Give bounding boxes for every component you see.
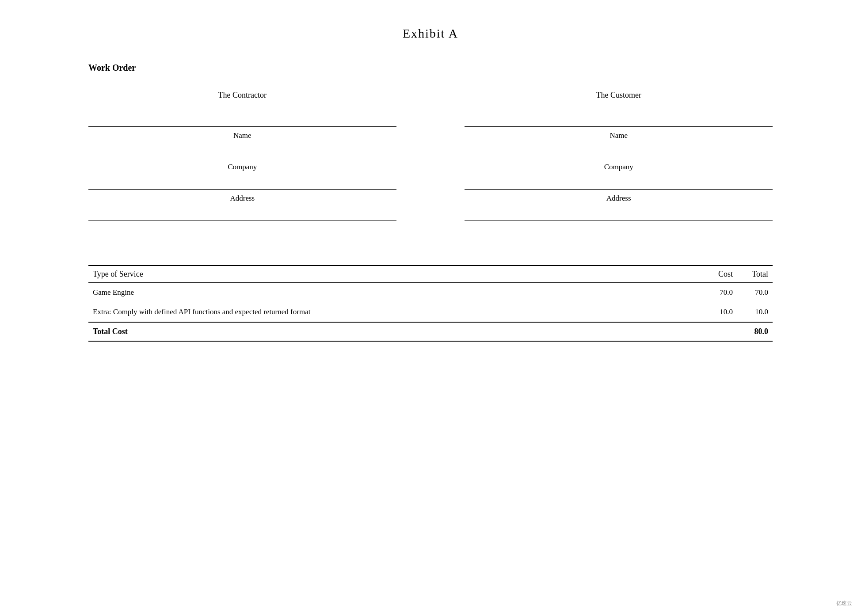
total-value: 80.0 bbox=[737, 322, 773, 341]
contractor-company-field: Company bbox=[88, 158, 396, 171]
contractor-column: The Contractor Name Company Address bbox=[88, 91, 396, 239]
contractor-company-line bbox=[88, 158, 396, 158]
customer-company-line bbox=[465, 158, 773, 158]
customer-name-field: Name bbox=[465, 126, 773, 140]
contractor-name-line bbox=[88, 126, 396, 127]
total-row: Total Cost 80.0 bbox=[88, 322, 773, 341]
total-label: Total Cost bbox=[88, 322, 702, 341]
row1-cost: 70.0 bbox=[702, 283, 737, 303]
table-row: Extra: Comply with defined API functions… bbox=[88, 302, 773, 322]
row1-service: Game Engine bbox=[88, 283, 702, 303]
row1-total: 70.0 bbox=[737, 283, 773, 303]
parties-section: The Contractor Name Company Address The … bbox=[88, 91, 773, 239]
customer-extra-field bbox=[465, 221, 773, 221]
contractor-address-field: Address bbox=[88, 189, 396, 203]
contractor-name-label: Name bbox=[88, 131, 396, 140]
row2-service: Extra: Comply with defined API functions… bbox=[88, 302, 702, 322]
customer-extra-line bbox=[465, 221, 773, 221]
customer-name-line bbox=[465, 126, 773, 127]
customer-address-line bbox=[465, 189, 773, 190]
work-order-label: Work Order bbox=[88, 63, 773, 73]
col-service: Type of Service bbox=[88, 266, 702, 283]
row2-cost: 10.0 bbox=[702, 302, 737, 322]
contractor-address-line bbox=[88, 189, 396, 190]
customer-address-label: Address bbox=[465, 194, 773, 203]
table-header-row: Type of Service Cost Total bbox=[88, 266, 773, 283]
table-row: Game Engine 70.0 70.0 bbox=[88, 283, 773, 303]
customer-name-label: Name bbox=[465, 131, 773, 140]
customer-address-field: Address bbox=[465, 189, 773, 203]
page-title: Exhibit A bbox=[88, 27, 773, 41]
customer-company-field: Company bbox=[465, 158, 773, 171]
customer-column: The Customer Name Company Address bbox=[465, 91, 773, 239]
contractor-company-label: Company bbox=[88, 163, 396, 171]
contractor-extra-field bbox=[88, 221, 396, 221]
services-table: Type of Service Cost Total Game Engine 7… bbox=[88, 265, 773, 342]
contractor-name-field: Name bbox=[88, 126, 396, 140]
col-total: Total bbox=[737, 266, 773, 283]
contractor-extra-line bbox=[88, 221, 396, 221]
customer-title: The Customer bbox=[465, 91, 773, 100]
contractor-title: The Contractor bbox=[88, 91, 396, 100]
col-cost: Cost bbox=[702, 266, 737, 283]
customer-company-label: Company bbox=[465, 163, 773, 171]
row2-total: 10.0 bbox=[737, 302, 773, 322]
table-section: Type of Service Cost Total Game Engine 7… bbox=[88, 265, 773, 342]
total-cost-empty bbox=[702, 322, 737, 341]
contractor-address-label: Address bbox=[88, 194, 396, 203]
